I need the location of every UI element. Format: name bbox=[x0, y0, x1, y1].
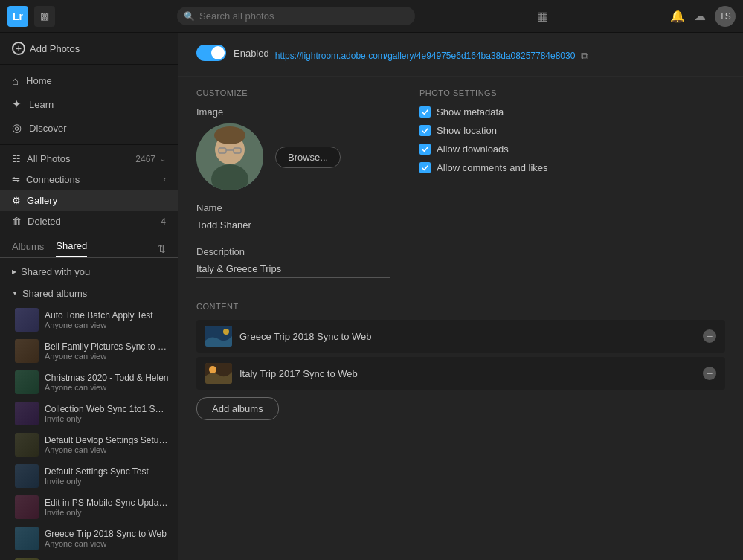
deleted-left: 🗑 Deleted bbox=[12, 216, 61, 227]
album-sub: Invite only bbox=[45, 414, 169, 423]
content-album-left: Italy Trip 2017 Sync to Web bbox=[205, 363, 358, 384]
checkbox-comments-label: Allow comments and likes bbox=[437, 162, 548, 173]
description-field-group: Description bbox=[196, 246, 390, 278]
content-album-name: Italy Trip 2017 Sync to Web bbox=[239, 368, 358, 379]
album-sub: Anyone can view bbox=[45, 321, 169, 329]
album-sub: Anyone can view bbox=[45, 383, 169, 392]
album-sub: Invite only bbox=[45, 508, 169, 517]
album-info: Collection Web Sync 1to1 Sharp… Invite o… bbox=[45, 404, 169, 423]
description-input[interactable] bbox=[196, 260, 390, 278]
album-thumbnail bbox=[15, 464, 39, 488]
topbar-right: 🔔 ☁ TS bbox=[670, 6, 736, 27]
album-name: Christmas 2020 - Todd & Helen bbox=[45, 373, 169, 383]
album-sub: Invite only bbox=[45, 477, 169, 486]
sidebar-item-discover[interactable]: ◎ Discover bbox=[0, 116, 178, 140]
profile-image-area: Browse... bbox=[196, 123, 390, 190]
name-field-group: Name bbox=[196, 202, 390, 234]
album-info: Greece Trip 2018 Sync to Web Anyone can … bbox=[45, 529, 169, 548]
add-albums-button[interactable]: Add albums bbox=[196, 397, 279, 420]
shared-with-you-row[interactable]: ▶ Shared with you bbox=[0, 261, 178, 283]
album-thumbnail bbox=[15, 339, 39, 363]
url-row: Enabled https://lightroom.adobe.com/gall… bbox=[196, 45, 725, 67]
learn-icon: ✦ bbox=[12, 97, 22, 111]
gallery-url-link[interactable]: https://lightroom.adobe.com/gallery/4e94… bbox=[275, 51, 576, 61]
connections-left: ⇋ Connections bbox=[12, 174, 80, 185]
list-item[interactable]: Bell Family Pictures Sync to Web Anyone … bbox=[0, 335, 178, 367]
image-label: Image bbox=[196, 106, 390, 118]
list-item[interactable]: Default Devlop Settings Setup Fi… Anyone… bbox=[0, 429, 178, 460]
albums-tabs: Albums Shared ⇅ bbox=[0, 234, 178, 258]
shared-albums-row[interactable]: ▼ Shared albums bbox=[0, 283, 178, 304]
checkbox-downloads-label: Allow downloads bbox=[437, 144, 509, 155]
avatar[interactable]: TS bbox=[715, 6, 736, 27]
list-item[interactable]: Edit in PS Mobile Sync Update Test Invit… bbox=[0, 492, 178, 523]
list-item[interactable]: Collection Web Sync 1to1 Sharp… Invite o… bbox=[0, 398, 178, 429]
sidebar-nav: ⌂ Home ✦ Learn ◎ Discover bbox=[0, 65, 178, 145]
list-item[interactable]: Auto Tone Batch Apply Test Anyone can vi… bbox=[0, 304, 178, 335]
album-thumbnail bbox=[15, 402, 39, 425]
main-layout: + Add Photos ⌂ Home ✦ Learn ◎ Discover ☷… bbox=[0, 33, 743, 560]
add-photos-button[interactable]: + Add Photos bbox=[0, 33, 178, 65]
content-section-title: CONTENT bbox=[196, 302, 725, 311]
album-name: Bell Family Pictures Sync to Web bbox=[45, 341, 169, 352]
sidebar-item-learn[interactable]: ✦ Learn bbox=[0, 92, 178, 116]
remove-album-icon[interactable]: − bbox=[703, 329, 716, 343]
album-thumbnail bbox=[15, 370, 39, 394]
sidebar-item-home[interactable]: ⌂ Home bbox=[0, 69, 178, 92]
remove-album-icon[interactable]: − bbox=[703, 367, 716, 380]
tab-shared[interactable]: Shared bbox=[56, 240, 87, 257]
checkbox-location[interactable]: Show location bbox=[419, 125, 725, 136]
content-area: Enabled https://lightroom.adobe.com/gall… bbox=[178, 33, 743, 560]
album-name: Default Devlop Settings Setup Fi… bbox=[45, 435, 169, 445]
all-photos-label: All Photos bbox=[27, 153, 71, 164]
search-container: 🔍 bbox=[177, 7, 415, 25]
view-toggle-button[interactable]: ▩ bbox=[34, 6, 55, 27]
album-name: Edit in PS Mobile Sync Update Test bbox=[45, 498, 169, 508]
list-item[interactable]: Christmas 2020 - Todd & Helen Anyone can… bbox=[0, 367, 178, 398]
list-item[interactable]: Hasselblad X1D Camera Standard bbox=[0, 554, 178, 560]
cloud-sync-icon[interactable]: ☁ bbox=[694, 9, 706, 23]
album-thumbnail bbox=[15, 433, 39, 457]
two-columns: CUSTOMIZE Image bbox=[178, 77, 743, 302]
connections-row[interactable]: ⇋ Connections ‹ bbox=[0, 170, 178, 190]
photos-icon: ☷ bbox=[12, 153, 21, 164]
list-item[interactable]: Greece Trip 2018 Sync to Web Anyone can … bbox=[0, 523, 178, 554]
search-input[interactable] bbox=[177, 7, 415, 25]
enabled-toggle[interactable] bbox=[196, 45, 226, 61]
tab-albums[interactable]: Albums bbox=[12, 241, 44, 257]
photo-settings-title: PHOTO SETTINGS bbox=[419, 88, 725, 97]
deleted-count: 4 bbox=[161, 216, 166, 227]
all-photos-row[interactable]: ☷ All Photos 2467 ⌄ bbox=[0, 148, 178, 170]
browse-button[interactable]: Browse... bbox=[275, 147, 341, 168]
topbar: Lr ▩ 🔍 ▦ 🔔 ☁ TS bbox=[0, 0, 743, 33]
gallery-row[interactable]: ⚙ Gallery bbox=[0, 190, 178, 211]
list-item[interactable]: Default Settings Sync Test Invite only bbox=[0, 460, 178, 492]
checkbox-downloads-box bbox=[419, 144, 431, 155]
deleted-row[interactable]: 🗑 Deleted 4 bbox=[0, 211, 178, 231]
sort-icon[interactable]: ⇅ bbox=[158, 243, 166, 254]
shared-section: ▶ Shared with you ▼ Shared albums Auto T… bbox=[0, 258, 178, 560]
copy-icon[interactable]: ⧉ bbox=[581, 50, 588, 62]
content-album-left: Greece Trip 2018 Sync to Web bbox=[205, 326, 372, 347]
filter-icon[interactable]: ▦ bbox=[537, 9, 548, 23]
album-info: Default Devlop Settings Setup Fi… Anyone… bbox=[45, 435, 169, 454]
notifications-icon[interactable]: 🔔 bbox=[670, 9, 685, 23]
photo-settings-column: PHOTO SETTINGS Show metadata bbox=[419, 88, 725, 290]
album-thumbnail bbox=[15, 495, 39, 519]
enabled-row: Enabled bbox=[196, 45, 269, 61]
customize-column: CUSTOMIZE Image bbox=[196, 88, 390, 290]
name-label: Name bbox=[196, 202, 390, 213]
name-input[interactable] bbox=[196, 216, 390, 234]
checkbox-location-label: Show location bbox=[437, 125, 497, 136]
app-logo: Lr bbox=[7, 6, 28, 27]
checkbox-metadata[interactable]: Show metadata bbox=[419, 106, 725, 118]
triangle-down-icon: ▼ bbox=[12, 290, 18, 297]
description-label: Description bbox=[196, 246, 390, 257]
album-sub: Anyone can view bbox=[45, 539, 169, 548]
album-sub: Anyone can view bbox=[45, 445, 169, 454]
checkbox-downloads[interactable]: Allow downloads bbox=[419, 144, 725, 155]
checkbox-comments[interactable]: Allow comments and likes bbox=[419, 162, 725, 173]
shared-albums-label: Shared albums bbox=[22, 288, 87, 299]
triangle-right-icon: ▶ bbox=[12, 268, 16, 275]
album-info: Bell Family Pictures Sync to Web Anyone … bbox=[45, 341, 169, 361]
